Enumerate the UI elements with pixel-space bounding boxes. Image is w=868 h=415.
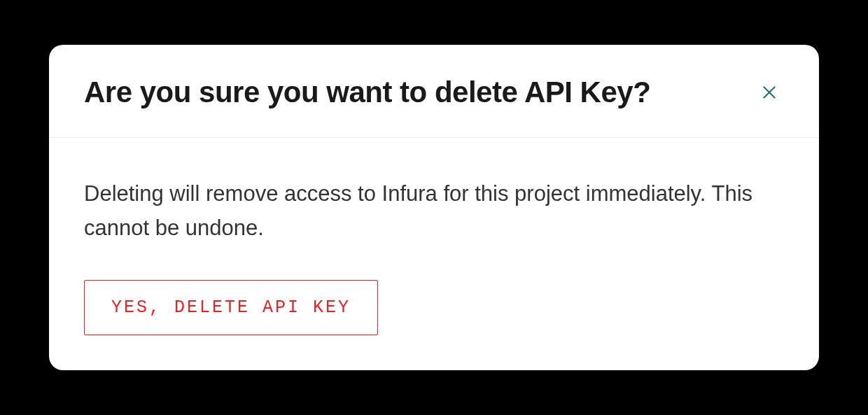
modal-body: Deleting will remove access to Infura fo… [49,138,819,370]
close-icon [760,83,778,101]
delete-api-key-modal: Are you sure you want to delete API Key?… [49,45,819,370]
modal-title: Are you sure you want to delete API Key? [84,76,650,109]
modal-header: Are you sure you want to delete API Key? [49,45,819,138]
modal-description: Deleting will remove access to Infura fo… [84,177,784,244]
confirm-delete-button[interactable]: YES, DELETE API KEY [84,280,378,335]
close-button[interactable] [755,78,784,107]
